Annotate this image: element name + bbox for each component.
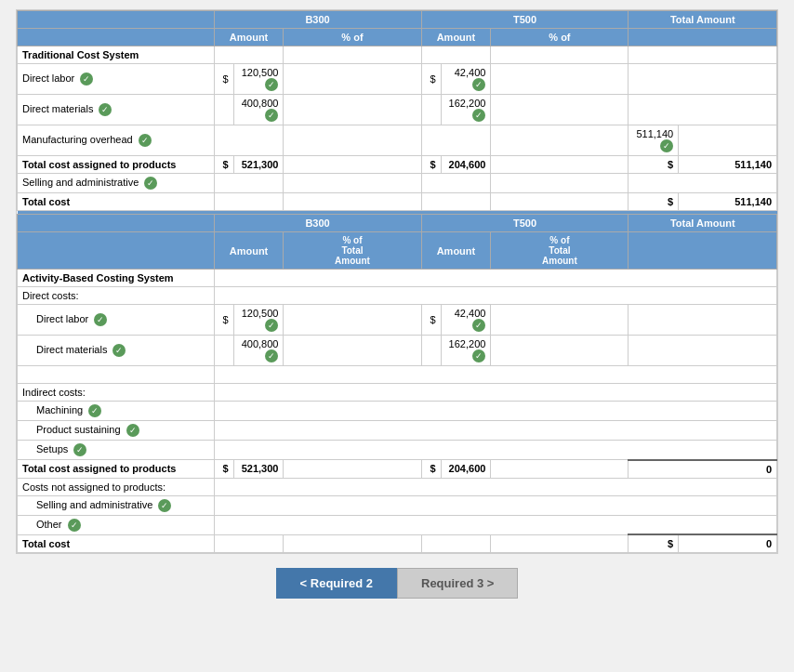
setups-check: ✓ [73,443,86,456]
abc-ta-b-dollar: $ [214,460,233,479]
costs-not-assigned-row: Costs not assigned to products: [18,478,777,495]
ta-total: 511,140 [679,156,777,174]
ta-b-pct [284,156,421,174]
tc-total-dollar: $ [629,193,679,211]
abc-selling-admin-row: Selling and administrative ✓ [18,495,777,515]
b300-header: B300 [214,11,421,29]
mfg-t-amount [421,125,491,156]
abc-system-header: Activity-Based Costing System [18,270,777,287]
t500-header: T500 [421,11,629,29]
abc-t-amount-h: Amount [421,232,491,270]
setups-label: Setups ✓ [18,441,215,460]
dl-b-check: ✓ [265,78,278,91]
abc-sa-cells [214,495,776,515]
total-amount-header: Total Amount [629,11,777,29]
abc-sa-check: ✓ [158,499,171,512]
traditional-cost-header-row: Traditional Cost System [18,46,777,64]
dm-t-check: ✓ [472,109,485,122]
trad-t-pct [491,46,629,64]
sa-b-amount [214,174,284,193]
abc-ta-b-amount: 521,300 [233,460,284,479]
abc-dm-b-amount: 400,800 ✓ [233,336,284,366]
abc-empty-cells [214,366,776,384]
ta-b-dollar: $ [214,156,233,174]
col-label-header2 [18,29,215,46]
abc-tc-t-amount [421,534,491,553]
ta-total-dollar: $ [629,156,679,174]
dl-b-dollar: $ [214,64,233,95]
abc-dl-b-pct [284,305,421,336]
ta-b-amount: 521,300 [233,156,284,174]
abc-direct-labor-label: Direct labor ✓ [18,305,215,336]
abc-ta-t-pct [491,460,629,479]
abc-ta-b-pct [284,460,421,479]
costs-not-assigned-label: Costs not assigned to products: [18,478,215,495]
dl-t-dollar: $ [421,64,441,95]
direct-materials-label: Direct materials ✓ [18,95,215,125]
abc-header1: B300 T500 Total Amount [18,215,777,232]
dm-t-dollar [421,95,441,125]
dl-total [629,64,777,95]
abc-direct-materials-label: Direct materials ✓ [18,336,215,366]
total-cost-label: Total cost [18,193,215,211]
direct-costs-row: Direct costs: [18,287,777,305]
mfg-b-amount [214,125,284,156]
abc-dm-b-pct [284,336,421,366]
tc-total: 511,140 [679,193,777,211]
abc-tc-t-pct [491,534,629,553]
abc-dl-b-amount: 120,500 ✓ [233,305,284,336]
abc-dm-check: ✓ [112,344,126,357]
abc-dl-t-amount: 42,400 ✓ [441,305,491,336]
dm-b-check: ✓ [265,109,278,122]
sa-b-pct [284,174,421,193]
abc-ta-t-amount: 204,600 [441,460,491,479]
total-assigned-row: Total cost assigned to products $ 521,30… [18,156,777,174]
abc-t500-header: T500 [421,215,629,232]
total-header2 [629,29,777,46]
abc-dm-b-check: ✓ [265,349,278,362]
product-sustaining-label: Product sustaining ✓ [18,421,215,441]
selling-admin-row: Selling and administrative ✓ [18,174,777,193]
abc-total-assigned-row: Total cost assigned to products $ 521,30… [18,460,777,479]
other-check: ✓ [68,519,81,532]
total-assigned-label: Total cost assigned to products [18,156,215,174]
abc-dl-check: ✓ [94,313,107,326]
mfg-b-pct [284,125,421,156]
abc-dl-t-dollar: $ [421,305,441,336]
dm-t-pct [491,95,629,125]
abc-dm-t-pct [491,336,629,366]
next-button[interactable]: Required 3 > [397,568,518,599]
abc-system-label: Activity-Based Costing System [18,270,215,287]
abc-empty-label [18,366,215,384]
abc-total-cost-row: Total cost $ 0 [18,534,777,553]
abc-dl-b-check: ✓ [265,319,278,332]
abc-total-assigned-label: Total cost assigned to products [18,460,215,479]
prev-button[interactable]: < Required 2 [276,568,397,599]
abc-dm-t-check: ✓ [472,349,485,362]
b300-pct-header: % of [284,29,421,46]
selling-check: ✓ [144,177,157,190]
trad-t-amount [421,46,491,64]
dm-b-amount: 400,800 ✓ [233,95,284,125]
tc-b-amount [214,193,284,211]
trad-b-amount [214,46,284,64]
abc-total-h2 [629,232,777,270]
mfg-total-check: ✓ [660,139,673,152]
machining-label: Machining ✓ [18,402,215,421]
abc-label-col2 [18,232,215,270]
ps-check: ✓ [126,424,139,437]
abc-tc-b-pct [284,534,421,553]
abc-selling-admin-label: Selling and administrative ✓ [18,495,215,515]
sa-t-pct [491,174,629,193]
dm-t-amount: 162,200 ✓ [441,95,491,125]
b300-amount-header: Amount [214,29,284,46]
machining-row: Machining ✓ [18,402,777,421]
abc-b300-header: B300 [214,215,421,232]
sa-total [629,174,777,193]
direct-materials-row: Direct materials ✓ 400,800 ✓ 162,200 ✓ [18,95,777,125]
direct-labor-label: Direct labor ✓ [18,64,215,95]
tc-b-pct [284,193,421,211]
abc-ta-total: 0 [629,460,777,479]
machining-check: ✓ [88,404,101,417]
abc-b-pct-h: % ofTotalAmount [284,232,421,270]
